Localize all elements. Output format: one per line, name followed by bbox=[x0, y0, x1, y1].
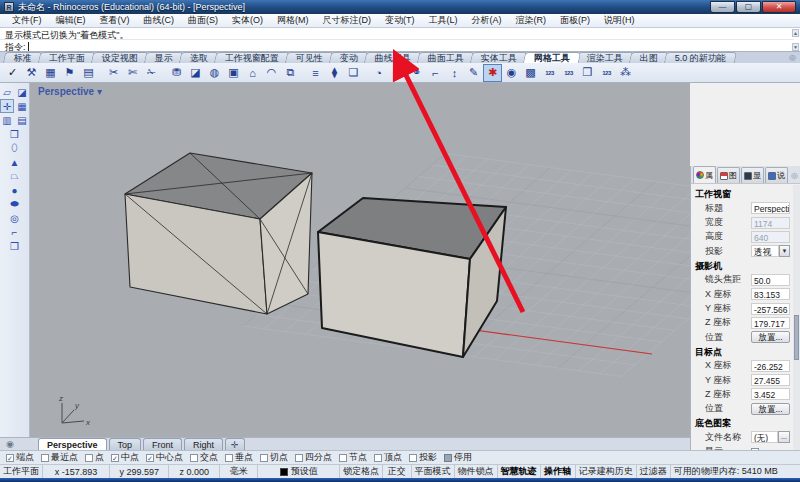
place-button[interactable]: 放置... bbox=[751, 331, 790, 343]
mesh-torus-icon[interactable]: ◎ bbox=[8, 211, 22, 225]
toolbar-tab-可见性[interactable]: 可见性 bbox=[285, 52, 334, 63]
mesh-ellipsoid-icon[interactable]: ⬬ bbox=[8, 197, 22, 211]
mesh-plane-tool-icon[interactable]: ▱ bbox=[0, 85, 14, 99]
toggle-过滤器[interactable]: 过滤器 bbox=[637, 465, 671, 478]
mesh-panel-icon[interactable]: ▥ bbox=[0, 113, 14, 127]
osnap-checkbox[interactable] bbox=[85, 454, 93, 462]
scroll-up-icon[interactable]: ▲ bbox=[792, 29, 799, 37]
toggle-正交[interactable]: 正交 bbox=[383, 465, 412, 478]
mesh-select-grid-icon[interactable]: ▩ bbox=[521, 64, 540, 82]
mesh-offset-icon[interactable]: ≡ bbox=[306, 64, 325, 82]
mesh-explode-icon[interactable]: ⁂ bbox=[616, 64, 635, 82]
mesh-plane-icon[interactable]: ▤ bbox=[79, 64, 98, 82]
toolbar-tab-渲染工具[interactable]: 渲染工具 bbox=[576, 52, 634, 63]
mesh-frame-icon[interactable]: ▣ bbox=[224, 64, 243, 82]
menu-item[interactable]: 网格(M) bbox=[271, 13, 315, 28]
menu-item[interactable]: 查看(V) bbox=[94, 13, 136, 28]
mesh-sphere-icon[interactable]: ● bbox=[8, 183, 22, 197]
menu-item[interactable]: 面板(P) bbox=[554, 13, 596, 28]
mesh-patch-icon[interactable]: ◪ bbox=[186, 64, 205, 82]
osnap-节点[interactable]: 节点 bbox=[339, 451, 367, 464]
osnap-四分点[interactable]: 四分点 bbox=[295, 451, 332, 464]
osnap-垂点[interactable]: 垂点 bbox=[225, 451, 253, 464]
panel-value-field[interactable]: 27.455 bbox=[751, 374, 790, 386]
viewport-tab-front[interactable]: Front bbox=[143, 438, 182, 450]
osnap-投影[interactable]: 投影 bbox=[409, 451, 437, 464]
mesh-from-points-icon[interactable]: ◍ bbox=[205, 64, 224, 82]
menu-item[interactable]: 编辑(E) bbox=[50, 13, 92, 28]
panel-tab-属[interactable]: 属 bbox=[693, 166, 716, 183]
mesh-count-faces-icon[interactable]: 123 bbox=[540, 64, 559, 82]
mesh-join-icon[interactable]: ∞ bbox=[388, 64, 407, 82]
mesh-align-icon[interactable]: ⧉ bbox=[281, 64, 300, 82]
osnap-checkbox[interactable] bbox=[41, 454, 49, 462]
new-viewport-tab-button[interactable]: ✛ bbox=[225, 438, 245, 450]
panel-tab-显[interactable]: 显 bbox=[741, 167, 764, 183]
panel-value-field[interactable]: 50.0 bbox=[751, 274, 790, 286]
mesh-patch-tool-icon[interactable]: ◪ bbox=[15, 85, 29, 99]
osnap-checkbox[interactable] bbox=[260, 454, 268, 462]
panel-value-field[interactable]: (无) bbox=[751, 431, 778, 443]
mesh-count-icon[interactable]: 123 bbox=[597, 64, 616, 82]
mesh-from-nurbs-icon[interactable]: ▦ bbox=[41, 64, 60, 82]
osnap-点[interactable]: 点 bbox=[85, 451, 104, 464]
mesh-cylinder-icon[interactable]: ⬯ bbox=[8, 141, 22, 155]
toggle-智慧轨迹[interactable]: 智慧轨迹 bbox=[498, 465, 541, 478]
mesh-count-points-icon[interactable]: 123 bbox=[559, 64, 578, 82]
viewport-title-label[interactable]: Perspective ▾ bbox=[38, 86, 102, 97]
menu-item[interactable]: 渲染(R) bbox=[510, 13, 553, 28]
mesh-polygon-flag-icon[interactable]: ⚑ bbox=[60, 64, 79, 82]
toolbar-tab-实体工具[interactable]: 实体工具 bbox=[470, 52, 528, 63]
osnap-checkbox[interactable] bbox=[111, 454, 119, 462]
menu-item[interactable]: 工具(L) bbox=[423, 13, 464, 28]
menu-item[interactable]: 实体(O) bbox=[226, 13, 269, 28]
mesh-box-primitive-icon[interactable]: ❒ bbox=[8, 127, 22, 141]
mesh-flip-icon[interactable]: ↕ bbox=[445, 64, 464, 82]
osnap-顶点[interactable]: 顶点 bbox=[374, 451, 402, 464]
osnap-最近点[interactable]: 最近点 bbox=[41, 451, 78, 464]
toolbar-tab-曲面工具[interactable]: 曲面工具 bbox=[417, 52, 475, 63]
toggle-记录建构历史[interactable]: 记录建构历史 bbox=[576, 465, 637, 478]
solid-box-object[interactable] bbox=[318, 198, 506, 357]
tab-options-gear-icon[interactable]: ◎ bbox=[789, 53, 796, 62]
panel-value-field[interactable]: 3.452 bbox=[751, 388, 790, 400]
mesh-thicken-icon[interactable]: ⧫ bbox=[325, 64, 344, 82]
viewport-tab-right[interactable]: Right bbox=[184, 438, 223, 450]
current-layer[interactable]: 预设值 bbox=[258, 465, 340, 478]
maximize-button[interactable]: ▢ bbox=[736, 1, 761, 13]
osnap-checkbox[interactable] bbox=[225, 454, 233, 462]
mesh-bend-icon[interactable]: ⌐ bbox=[426, 64, 445, 82]
osnap-交点[interactable]: 交点 bbox=[190, 451, 218, 464]
osnap-checkbox[interactable] bbox=[339, 454, 347, 462]
toolbar-tab-5.0 的新功能[interactable]: 5.0 的新功能 bbox=[664, 52, 737, 63]
perspective-viewport[interactable]: z y x Perspective ▾ bbox=[30, 83, 690, 437]
mesh-copy-icon[interactable]: ❏ bbox=[344, 64, 363, 82]
osnap-disable[interactable]: 停用 bbox=[444, 451, 472, 464]
toggle-锁定格点[interactable]: 锁定格点 bbox=[340, 465, 383, 478]
dropdown-arrow-icon[interactable]: ▼ bbox=[779, 245, 790, 257]
panel-gear-icon[interactable]: ◎ bbox=[791, 171, 798, 180]
scroll-down-icon[interactable]: ▼ bbox=[792, 43, 799, 51]
panel-value-field[interactable]: -26.252 bbox=[751, 360, 790, 372]
mesh-cone-icon[interactable]: ▲ bbox=[8, 155, 22, 169]
osnap-checkbox[interactable] bbox=[6, 454, 14, 462]
osnap-checkbox[interactable] bbox=[409, 454, 417, 462]
toggle-平面模式[interactable]: 平面模式 bbox=[412, 465, 455, 478]
mesh-book-icon[interactable]: ❐ bbox=[8, 239, 22, 253]
mesh-options-hammer-icon[interactable]: ⚒ bbox=[22, 64, 41, 82]
minimize-button[interactable]: — bbox=[710, 1, 735, 13]
mesh-extrude-icon[interactable]: ⌐ bbox=[8, 225, 22, 239]
scrollbar-thumb[interactable] bbox=[794, 315, 799, 360]
menu-item[interactable]: 曲线(C) bbox=[138, 13, 181, 28]
osnap-切点[interactable]: 切点 bbox=[260, 451, 288, 464]
units-label[interactable]: 毫米 bbox=[220, 465, 258, 478]
toolbar-tab-曲线工具[interactable]: 曲线工具 bbox=[364, 52, 422, 63]
planes-stack-icon[interactable]: ▤ bbox=[15, 113, 29, 127]
viewport-tabs-gear-icon[interactable]: ◉ bbox=[4, 438, 16, 450]
panel-value-field[interactable]: Perspective bbox=[751, 202, 790, 214]
toolbar-tab-设定视图[interactable]: 设定视图 bbox=[91, 52, 149, 63]
panel-scrollbar[interactable] bbox=[793, 185, 800, 482]
toggle-物件锁点[interactable]: 物件锁点 bbox=[455, 465, 498, 478]
place-button[interactable]: 放置... bbox=[751, 403, 790, 415]
toggle-操作轴[interactable]: 操作轴 bbox=[541, 465, 576, 478]
